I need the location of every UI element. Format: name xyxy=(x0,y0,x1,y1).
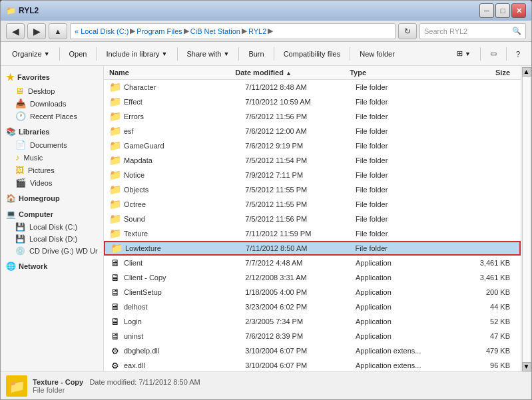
file-name: Login xyxy=(124,317,245,325)
file-icon: 📁 xyxy=(109,81,121,93)
address-breadcrumb[interactable]: « Local Disk (C:) ▶ Program Files ▶ CiB … xyxy=(70,23,396,39)
desktop-icon: 🖥 xyxy=(15,86,24,96)
col-date-header[interactable]: Date modified ▲ xyxy=(235,69,350,77)
table-row[interactable]: 🖥 Client 7/7/2012 4:48 AM Application 3,… xyxy=(104,256,521,270)
table-row[interactable]: 📁 esf 7/6/2012 12:00 AM File folder xyxy=(104,124,521,138)
computer-section: 💻 Computer 💾 Local Disk (C:) 💾 Local Dis… xyxy=(1,208,103,257)
file-name: uninst xyxy=(124,332,245,340)
title-bar-left: 📁 RYL2 xyxy=(6,6,39,15)
folder-icon: 📁 xyxy=(109,184,122,196)
table-row[interactable]: 📁 Octree 7/5/2012 11:55 PM File folder xyxy=(104,197,521,212)
organize-button[interactable]: Organize ▼ xyxy=(6,45,56,63)
sidebar-item-downloads[interactable]: 📥 Downloads xyxy=(1,97,103,110)
file-icon: ⚙ xyxy=(109,359,121,371)
sidebar-item-music[interactable]: ♪ Music xyxy=(1,151,103,164)
sidebar-item-pictures[interactable]: 🖼 Pictures xyxy=(1,164,103,176)
libraries-header[interactable]: 📚 Libraries xyxy=(1,125,103,138)
file-date: 3/10/2004 6:07 PM xyxy=(245,347,356,355)
table-row[interactable]: 📁 Lowtexture 7/11/2012 8:50 AM File fold… xyxy=(104,241,521,256)
table-row[interactable]: 📁 Sound 7/5/2012 11:56 PM File folder xyxy=(104,212,521,226)
file-size: 96 KB xyxy=(455,361,515,369)
file-type: Application xyxy=(356,288,455,296)
network-header[interactable]: 🌐 Network xyxy=(1,260,103,273)
file-name: Objects xyxy=(124,186,245,194)
share-with-button[interactable]: Share with ▼ xyxy=(181,45,236,63)
new-folder-button[interactable]: New folder xyxy=(354,45,401,63)
toolbar: Organize ▼ Open Include in library ▼ Sha… xyxy=(1,42,531,66)
title-bar-controls: ─ □ ✕ xyxy=(479,3,526,18)
up-button[interactable]: ▲ xyxy=(49,23,67,39)
file-icon: 📁 xyxy=(109,228,121,240)
forward-button[interactable]: ▶ xyxy=(27,23,46,39)
col-name-header[interactable]: Name xyxy=(109,69,235,77)
table-row[interactable]: 📁 Objects 7/5/2012 11:55 PM File folder xyxy=(104,182,521,197)
table-row[interactable]: 📁 Mapdata 7/5/2012 11:54 PM File folder xyxy=(104,153,521,168)
file-date: 7/6/2012 8:39 PM xyxy=(245,332,356,340)
minimize-button[interactable]: ─ xyxy=(479,3,494,18)
table-row[interactable]: 🖥 ClientSetup 1/18/2005 4:00 PM Applicat… xyxy=(104,285,521,300)
table-row[interactable]: 📁 Notice 7/9/2012 7:11 PM File folder xyxy=(104,168,521,182)
table-row[interactable]: 📁 Character 7/11/2012 8:48 AM File folde… xyxy=(104,80,521,95)
breadcrumb-part1: « Local Disk (C:) xyxy=(75,27,129,35)
table-row[interactable]: ⚙ dbghelp.dll 3/10/2004 6:07 PM Applicat… xyxy=(104,343,521,358)
scroll-down-button[interactable]: ▼ xyxy=(522,362,531,371)
close-button[interactable]: ✕ xyxy=(511,3,526,18)
help-button[interactable]: ? xyxy=(510,45,526,63)
open-button[interactable]: Open xyxy=(63,45,93,63)
refresh-button[interactable]: ↻ xyxy=(398,23,417,39)
col-size-header[interactable]: Size xyxy=(453,69,515,77)
sidebar-item-local-d[interactable]: 💾 Local Disk (D:) xyxy=(1,233,103,245)
table-row[interactable]: 🖥 delhost 3/23/2004 6:02 PM Application … xyxy=(104,300,521,314)
file-date: 7/5/2012 11:55 PM xyxy=(245,200,356,208)
computer-icon: 💻 xyxy=(6,210,16,219)
table-row[interactable]: ⚙ eax.dll 3/10/2004 6:07 PM Application … xyxy=(104,358,521,371)
sidebar-item-recent[interactable]: 🕐 Recent Places xyxy=(1,110,103,122)
title-bar: 📁 RYL2 ─ □ ✕ xyxy=(1,1,531,21)
file-date: 7/11/2012 8:50 AM xyxy=(246,244,356,252)
maximize-button[interactable]: □ xyxy=(495,3,510,18)
file-icon: 📁 xyxy=(109,169,121,181)
scrollbar[interactable]: ▲ ▼ xyxy=(521,66,531,371)
table-row[interactable]: 📁 GameGuard 7/6/2012 9:19 PM File folder xyxy=(104,138,521,153)
table-row[interactable]: 📁 Texture 7/11/2012 11:59 PM File folder xyxy=(104,226,521,241)
videos-icon: 🎬 xyxy=(15,178,26,188)
sidebar-item-videos[interactable]: 🎬 Videos xyxy=(1,176,103,189)
favorites-header[interactable]: ★ Favorites xyxy=(1,70,103,85)
back-button[interactable]: ◀ xyxy=(6,23,25,39)
folder-icon: 📁 xyxy=(109,154,122,166)
toolbar-sep4 xyxy=(238,47,239,61)
file-name: Client xyxy=(124,259,245,267)
view-button[interactable]: ⊞▼ xyxy=(451,45,477,63)
include-library-button[interactable]: Include in library ▼ xyxy=(100,45,173,63)
table-row[interactable]: 🖥 uninst 7/6/2012 8:39 PM Application 47… xyxy=(104,329,521,343)
status-date-value: 7/11/2012 8:50 AM xyxy=(138,378,200,386)
sidebar-item-documents[interactable]: 📄 Documents xyxy=(1,138,103,151)
file-type: Application xyxy=(356,317,455,325)
table-row[interactable]: 🖥 Client - Copy 2/12/2008 3:31 AM Applic… xyxy=(104,270,521,285)
computer-header[interactable]: 💻 Computer xyxy=(1,208,103,221)
window-icon: 📁 xyxy=(6,6,16,15)
col-type-header[interactable]: Type xyxy=(350,69,453,77)
table-row[interactable]: 📁 Effect 7/10/2012 10:59 AM File folder xyxy=(104,95,521,109)
homegroup-header[interactable]: 🏠 Homegroup xyxy=(1,192,103,205)
file-icon: 📁 xyxy=(111,242,123,254)
file-name: Lowtexture xyxy=(125,244,246,252)
compatibility-button[interactable]: Compatibility files xyxy=(278,45,347,63)
star-icon: ★ xyxy=(6,72,15,83)
scroll-up-button[interactable]: ▲ xyxy=(522,67,531,77)
status-item-icon: 📁 xyxy=(6,375,27,397)
table-row[interactable]: 📁 Errors 7/6/2012 11:56 PM File folder xyxy=(104,109,521,124)
file-icon: ⚙ xyxy=(109,345,121,357)
burn-button[interactable]: Burn xyxy=(242,45,270,63)
sidebar-item-desktop[interactable]: 🖥 Desktop xyxy=(1,85,103,97)
preview-pane-button[interactable]: ▭ xyxy=(484,45,503,63)
content-area: Name Date modified ▲ Type Size 📁 Charact… xyxy=(104,66,521,371)
organize-chevron: ▼ xyxy=(44,51,50,57)
sidebar-item-cd-drive[interactable]: 💿 CD Drive (G:) WD Ur xyxy=(1,245,103,257)
share-chevron: ▼ xyxy=(223,51,229,57)
search-box[interactable]: Search RYL2 🔍 xyxy=(419,23,526,39)
file-type: File folder xyxy=(356,215,455,223)
sidebar-item-local-c[interactable]: 💾 Local Disk (C:) xyxy=(1,221,103,233)
toolbar-sep2 xyxy=(96,47,97,61)
table-row[interactable]: 🖥 Login 2/3/2005 7:34 PM Application 52 … xyxy=(104,314,521,329)
